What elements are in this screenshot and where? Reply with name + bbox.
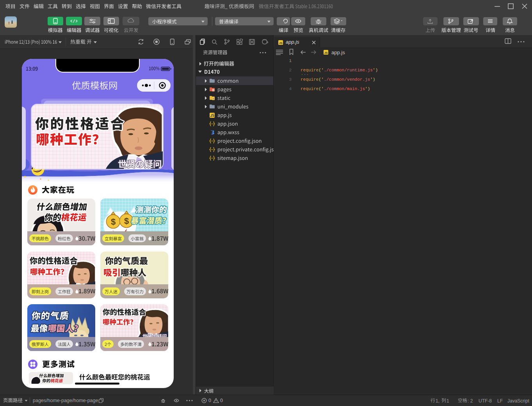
svg-text:JS: JS	[279, 41, 282, 45]
svg-text:$: $	[124, 216, 129, 226]
svg-text:$: $	[111, 217, 116, 227]
svg-text:JS: JS	[324, 51, 327, 55]
